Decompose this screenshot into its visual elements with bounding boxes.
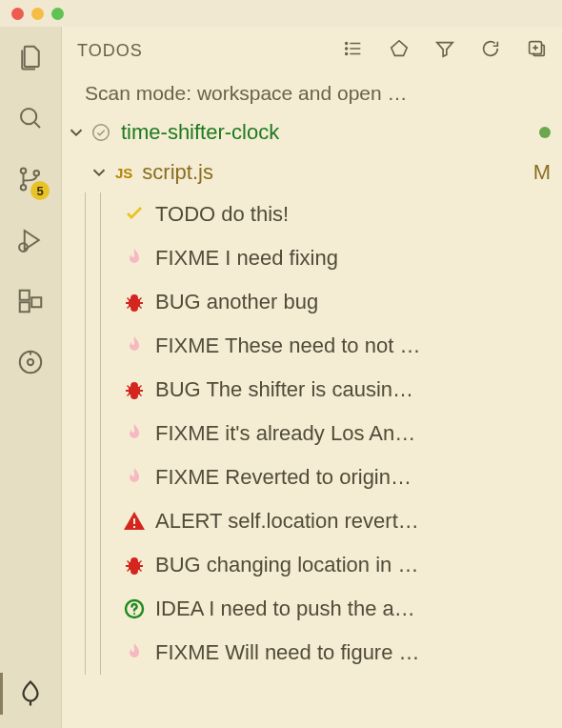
bug-icon <box>121 378 148 401</box>
gitlens-tab[interactable] <box>8 345 53 379</box>
panel-title: TODOS <box>77 41 143 61</box>
todo-item[interactable]: ALERT self.location revert… <box>121 499 562 543</box>
todo-item-label: FIXME Reverted to origin… <box>155 465 411 490</box>
svg-point-12 <box>346 52 348 54</box>
todo-item-label: BUG changing location in … <box>155 553 418 577</box>
todo-item[interactable]: TODO do this! <box>121 192 562 236</box>
fixme-icon <box>121 422 148 445</box>
todo-item-label: BUG another bug <box>155 290 318 314</box>
chevron-down-icon <box>66 122 87 143</box>
todo-tree-tab[interactable] <box>8 677 53 711</box>
tag-button[interactable] <box>389 38 410 64</box>
explorer-tab[interactable] <box>8 40 53 74</box>
svg-point-14 <box>93 125 110 141</box>
todo-item[interactable]: BUG changing location in … <box>121 543 562 587</box>
todo-item-label: FIXME Will need to figure … <box>155 640 420 665</box>
chevron-down-icon <box>89 162 110 183</box>
svg-point-10 <box>346 42 348 44</box>
workspace-status-dot <box>539 127 551 138</box>
window-minimize-button[interactable] <box>31 8 44 20</box>
todo-item[interactable]: FIXME Reverted to origin… <box>121 455 562 499</box>
extensions-icon <box>16 287 45 315</box>
gitlens-icon <box>16 348 45 376</box>
list-view-button[interactable] <box>343 38 364 64</box>
fixme-icon <box>121 641 148 664</box>
search-icon <box>16 104 45 132</box>
todo-item[interactable]: BUG another bug <box>121 280 562 324</box>
todo-item[interactable]: FIXME I need fixing <box>121 236 562 280</box>
tree-icon <box>16 679 45 708</box>
fixme-icon <box>121 247 148 270</box>
idea-icon <box>121 597 148 620</box>
files-icon <box>16 43 45 71</box>
run-debug-tab[interactable] <box>8 223 53 257</box>
sidebar-panel: TODOS Scan mode: workspace and open … ti… <box>61 27 562 728</box>
check-circle-icon <box>90 122 111 143</box>
window-maximize-button[interactable] <box>51 8 64 20</box>
todo-item-label: FIXME I need fixing <box>155 246 338 271</box>
workspace-folder-row[interactable]: time-shifter-clock <box>66 112 562 152</box>
todo-item-label: ALERT self.location revert… <box>155 509 419 534</box>
file-row[interactable]: JS script.js M <box>66 152 562 192</box>
window-titlebar <box>0 0 562 27</box>
svg-point-1 <box>21 169 27 174</box>
todo-item-label: IDEA I need to push the a… <box>155 597 415 621</box>
svg-rect-6 <box>20 302 30 312</box>
scm-badge: 5 <box>30 181 50 200</box>
file-modified-badge: M <box>533 160 551 185</box>
todo-item-label: BUG The shifter is causin… <box>155 377 413 402</box>
scan-mode-label: Scan mode: workspace and open … <box>62 74 562 112</box>
svg-point-9 <box>28 359 33 365</box>
todo-item[interactable]: BUG The shifter is causin… <box>121 368 562 412</box>
todo-item-label: FIXME it's already Los An… <box>155 421 415 446</box>
svg-point-16 <box>133 613 135 615</box>
fixme-icon <box>121 466 148 489</box>
svg-point-0 <box>21 109 36 124</box>
search-tab[interactable] <box>8 101 53 135</box>
debug-icon <box>16 226 45 254</box>
filter-button[interactable] <box>434 38 455 64</box>
alert-icon <box>121 510 148 533</box>
todo-item-label: FIXME These need to not … <box>155 334 420 358</box>
bug-icon <box>121 554 148 576</box>
activity-bar: 5 <box>0 27 61 728</box>
todo-tree: time-shifter-clock JS script.js M TODO d… <box>62 112 562 675</box>
todo-item[interactable]: IDEA I need to push the a… <box>121 587 562 631</box>
window-close-button[interactable] <box>11 8 24 20</box>
todo-icon <box>121 203 148 226</box>
todo-list: TODO do this!FIXME I need fixingBUG anot… <box>66 192 562 675</box>
refresh-button[interactable] <box>480 38 501 64</box>
svg-point-4 <box>19 243 28 252</box>
js-file-icon: JS <box>115 165 132 181</box>
todo-item[interactable]: FIXME These need to not … <box>121 324 562 368</box>
svg-rect-5 <box>20 291 30 300</box>
new-view-button[interactable] <box>526 38 547 64</box>
todo-item-label: TODO do this! <box>155 202 289 227</box>
panel-header: TODOS <box>62 27 562 74</box>
todo-item[interactable]: FIXME Will need to figure … <box>121 631 562 675</box>
fixme-icon <box>121 334 148 357</box>
svg-rect-7 <box>31 297 41 307</box>
bug-icon <box>121 291 148 313</box>
file-name: script.js <box>142 160 213 185</box>
svg-point-11 <box>346 48 348 50</box>
extensions-tab[interactable] <box>8 284 53 318</box>
source-control-tab[interactable]: 5 <box>8 162 53 196</box>
svg-point-2 <box>21 185 27 191</box>
todo-item[interactable]: FIXME it's already Los An… <box>121 412 562 455</box>
workspace-name: time-shifter-clock <box>121 120 279 145</box>
svg-point-3 <box>34 171 40 176</box>
